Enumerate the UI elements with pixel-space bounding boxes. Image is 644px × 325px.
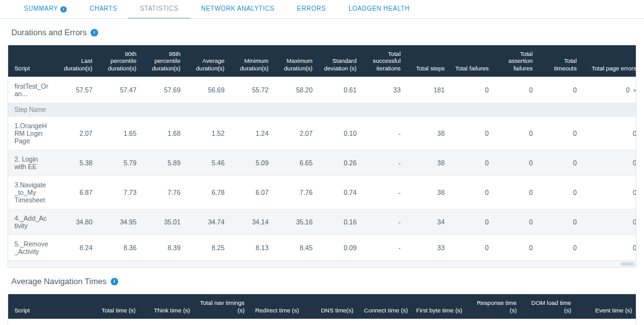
col-response[interactable]: Response time (s) bbox=[466, 294, 521, 319]
cell: 0 bbox=[580, 117, 636, 150]
section-title: Durations and Errors bbox=[11, 28, 87, 37]
cell: 0 bbox=[580, 209, 636, 235]
cell: 2.024 bbox=[411, 319, 466, 325]
col-script[interactable]: Script bbox=[8, 294, 85, 319]
cell: 0.61 bbox=[316, 77, 360, 103]
col-stddev[interactable]: Standard deviation (s) bbox=[316, 45, 360, 77]
step-row: 5._Remove_Activity 8.248.368.398.258.138… bbox=[8, 235, 636, 261]
cell: 0.09 bbox=[316, 235, 360, 261]
cell: 0.002 bbox=[303, 319, 357, 325]
col-total-time[interactable]: Total time (s) bbox=[85, 294, 140, 319]
col-avg[interactable]: Average duration(s) bbox=[184, 45, 228, 77]
step-row: 2. Login with EE 5.385.795.895.465.096.6… bbox=[8, 150, 636, 176]
col-nav-timings[interactable]: Total nav timings (s) bbox=[194, 294, 248, 319]
cell: 55.72 bbox=[228, 77, 272, 103]
cell: 1.65 bbox=[96, 117, 140, 150]
step-name: 4._Add_Activity bbox=[8, 209, 52, 235]
col-first-byte[interactable]: First byte time (s) bbox=[411, 294, 466, 319]
cell: 0.002▴ bbox=[575, 319, 636, 325]
info-icon[interactable]: i bbox=[91, 29, 98, 36]
cell: 0 bbox=[492, 235, 536, 261]
step-name: 1.OrangeHRM Login Page bbox=[8, 117, 52, 150]
h-scrollbar[interactable] bbox=[8, 261, 636, 268]
tab-network-analytics[interactable]: NETWORK ANALYTICS bbox=[190, 0, 286, 18]
col-steps[interactable]: Total steps bbox=[404, 45, 448, 77]
cell: 34.95 bbox=[96, 209, 140, 235]
tab-label: LOADGEN HEALTH bbox=[348, 5, 409, 12]
cell: 0 bbox=[448, 176, 492, 209]
col-last-duration[interactable]: Last duration(s) bbox=[52, 45, 96, 77]
tab-label: NETWORK ANALYTICS bbox=[201, 5, 275, 12]
script-name: firstTest_OrangeHRM bbox=[8, 319, 85, 325]
cell: 5.38 bbox=[52, 150, 96, 176]
col-iterations[interactable]: Total successful iterations bbox=[360, 45, 404, 77]
col-event[interactable]: Event time (s) bbox=[575, 294, 636, 319]
cell: 0.26 bbox=[316, 150, 360, 176]
col-min[interactable]: Minimum duration(s) bbox=[228, 45, 272, 77]
col-page-errors[interactable]: Total page errors bbox=[580, 45, 636, 77]
col-redirect[interactable]: Redirect time (s) bbox=[248, 294, 303, 319]
cell: 5.46 bbox=[184, 150, 228, 176]
cell: 57.69 bbox=[140, 77, 184, 103]
cell: 7.73 bbox=[96, 176, 140, 209]
cell: 181 bbox=[404, 77, 448, 103]
tab-loadgen-health[interactable]: LOADGEN HEALTH bbox=[337, 0, 421, 18]
step-name: 2. Login with EE bbox=[8, 150, 52, 176]
info-icon[interactable]: i bbox=[111, 278, 118, 285]
cell: 0.10 bbox=[316, 117, 360, 150]
script-row[interactable]: firstTest_OrangeHRM 56.69 52.48 4.213 0.… bbox=[8, 319, 636, 325]
cell: 56.69 bbox=[184, 77, 228, 103]
cell: 0.288 bbox=[357, 319, 412, 325]
cell: 0 bbox=[536, 117, 580, 150]
tab-errors[interactable]: ERRORS bbox=[286, 0, 337, 18]
cell: - bbox=[360, 117, 404, 150]
col-dns[interactable]: DNS time(s) bbox=[303, 294, 357, 319]
tab-label: ERRORS bbox=[297, 5, 326, 12]
col-think-time[interactable]: Think time (s) bbox=[140, 294, 194, 319]
nav-times-heading: Average Navigation Times i bbox=[0, 268, 644, 289]
col-assert-failures[interactable]: Total assertion failures bbox=[492, 45, 536, 77]
cell: 0.74 bbox=[316, 176, 360, 209]
cell: - bbox=[360, 176, 404, 209]
cell: 6.65 bbox=[272, 150, 316, 176]
cell: 0▾ bbox=[580, 77, 636, 103]
script-row[interactable]: firstTest_Oran... 57.57 57.47 57.69 56.6… bbox=[8, 77, 636, 103]
tab-label: STATISTICS bbox=[140, 5, 178, 12]
step-row: 1.OrangeHRM Login Page 2.071.651.681.521… bbox=[8, 117, 636, 150]
cell: 0 bbox=[448, 117, 492, 150]
tab-charts[interactable]: CHARTS bbox=[78, 0, 128, 18]
col-timeouts[interactable]: Total timeouts bbox=[536, 45, 580, 77]
cell: 38 bbox=[404, 117, 448, 150]
cell: 52.48 bbox=[140, 319, 194, 325]
tab-label: SUMMARY bbox=[24, 5, 58, 12]
cell: 5.89 bbox=[140, 150, 184, 176]
col-p95[interactable]: 95th percentile duration(s) bbox=[140, 45, 184, 77]
col-dom-load[interactable]: DOM load time (s) bbox=[521, 294, 575, 319]
col-failures[interactable]: Total failures bbox=[448, 45, 492, 77]
tab-summary[interactable]: SUMMARYi bbox=[13, 0, 78, 18]
cell: 0 bbox=[536, 150, 580, 176]
cell: 1.24 bbox=[228, 117, 272, 150]
cell: 0 bbox=[492, 176, 536, 209]
cell: 5.09 bbox=[228, 150, 272, 176]
cell: 35.16 bbox=[272, 209, 316, 235]
cell: 35.01 bbox=[140, 209, 184, 235]
col-connect[interactable]: Connect time (s) bbox=[357, 294, 412, 319]
cell: 0.004 bbox=[466, 319, 521, 325]
cell: 0 bbox=[580, 176, 636, 209]
cell: - bbox=[360, 150, 404, 176]
cell: 34.14 bbox=[228, 209, 272, 235]
cell: 6.87 bbox=[52, 176, 96, 209]
cell: 6.78 bbox=[184, 176, 228, 209]
cell: 58.20 bbox=[272, 77, 316, 103]
col-p90[interactable]: 90th percentile duration(s) bbox=[96, 45, 140, 77]
step-header-label: Step Name bbox=[8, 103, 636, 117]
nav-times-table: Script Total time (s) Think time (s) Tot… bbox=[8, 294, 636, 325]
cell: 34 bbox=[404, 209, 448, 235]
cell: 0 bbox=[448, 235, 492, 261]
col-script[interactable]: Script bbox=[8, 45, 52, 77]
tab-statistics[interactable]: STATISTICS bbox=[128, 0, 189, 18]
help-icon[interactable]: i bbox=[60, 6, 67, 13]
col-max[interactable]: Maximum duration(s) bbox=[272, 45, 316, 77]
chevron-down-icon[interactable]: ▾ bbox=[633, 87, 636, 94]
